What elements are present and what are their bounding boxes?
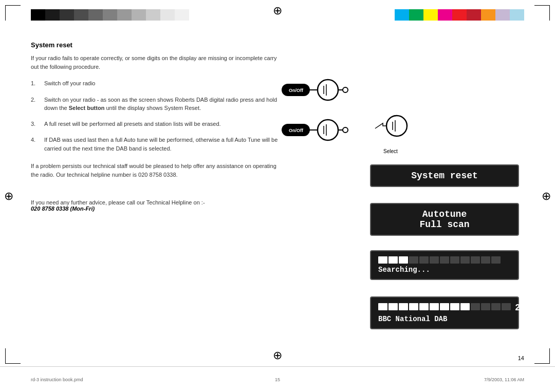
help-text: If a problem persists our technical staf… [31, 162, 283, 179]
section-title: System reset [31, 41, 283, 49]
step-number: 3. [31, 120, 40, 129]
steps-list: 1. Switch off your radio 2. Switch on yo… [31, 79, 283, 153]
lcd-system-reset: System reset [370, 164, 519, 193]
svg-text:On/Off: On/Off [289, 88, 304, 93]
onoff-svg-2: On/Off [282, 116, 348, 147]
svg-text:On/Off: On/Off [289, 128, 304, 133]
swatch-1 [45, 9, 60, 21]
seg-e7 [471, 256, 480, 264]
step-text: A full reset will be performed all prese… [44, 120, 283, 129]
bbc-seg-e3 [491, 303, 501, 310]
seg-e4 [440, 256, 449, 264]
swatch-green [409, 9, 423, 21]
lcd-text-searching: Searching... [378, 266, 511, 274]
seg-e1 [409, 256, 418, 264]
intro-text: If your radio fails to operate correctly… [31, 54, 283, 71]
onoff-illus-1: On/Off [282, 76, 348, 109]
lcd-box-4: 24 BBC National DAB [370, 296, 519, 329]
footer-center: 15 [275, 377, 280, 382]
svg-point-3 [318, 80, 338, 100]
lcd-autotune: Autotune Full scan [370, 203, 519, 242]
svg-point-11 [318, 120, 338, 140]
bbc-seg-f1 [378, 303, 387, 310]
reg-mark-left: ⊕ [4, 190, 13, 203]
seg-e8 [481, 256, 490, 264]
lcd-progress-bar [378, 256, 511, 264]
lcd-bbc: 24 BBC National DAB [370, 296, 519, 335]
crop-mark-bl [5, 348, 21, 364]
list-item: 4. If DAB was used last then a full Auto… [31, 136, 283, 153]
lcd-searching: Searching... [370, 250, 519, 286]
lcd-box-1: System reset [370, 164, 519, 187]
svg-point-7 [343, 87, 348, 92]
color-bar-left [31, 9, 189, 21]
swatch-8 [146, 9, 160, 21]
swatch-2 [60, 9, 74, 21]
seg-f2 [388, 256, 398, 264]
lcd-box-2: Autotune Full scan [370, 203, 519, 236]
seg-e5 [450, 256, 459, 264]
color-bar-right [395, 9, 524, 21]
bbc-seg-f2 [388, 303, 398, 310]
swatch-lavender [495, 9, 510, 21]
list-item: 3. A full reset will be performed all pr… [31, 120, 283, 129]
crop-mark-br [534, 348, 550, 364]
swatch-4 [88, 9, 103, 21]
swatch-lightblue [510, 9, 524, 21]
seg-e3 [430, 256, 439, 264]
bbc-seg-f4 [409, 303, 418, 310]
step-number: 1. [31, 79, 40, 88]
swatch-magenta [438, 9, 452, 21]
footer: rd-3 instruction book.pmd 15 7/9/2003, 1… [0, 366, 555, 392]
lcd-text-1: System reset [378, 171, 511, 181]
seg-e9 [491, 256, 501, 264]
select-svg [370, 113, 411, 149]
seg-f1 [378, 256, 387, 264]
bbc-seg-e2 [481, 303, 490, 310]
bbc-seg-f6 [430, 303, 439, 310]
swatch-red [452, 9, 467, 21]
step-number: 2. [31, 96, 40, 113]
select-label: Select [370, 148, 411, 154]
reg-mark-right: ⊕ [542, 190, 551, 203]
crop-mark-tr [534, 5, 550, 21]
step-text: Switch off your radio [44, 79, 283, 88]
select-illus: Select [370, 113, 411, 154]
lcd-text-bbc: BBC National DAB [378, 315, 511, 323]
reg-mark-bottom: ⊕ [273, 349, 282, 362]
svg-point-16 [386, 116, 407, 136]
lcd-progress-bar-bbc [378, 303, 511, 310]
swatch-6 [117, 9, 132, 21]
swatch-7 [132, 9, 146, 21]
lcd-channel-number: 24 [515, 303, 526, 313]
swatch-5 [103, 9, 117, 21]
bbc-seg-f5 [419, 303, 429, 310]
lcd-text-autotune: Autotune [378, 209, 511, 219]
helpline-label: If you need any further advice, please c… [31, 199, 283, 206]
helpline-number: 020 8758 0338 (Mon-Fri) [31, 206, 283, 212]
step-text: If DAB was used last then a full Auto tu… [44, 136, 283, 153]
step-number: 4. [31, 136, 40, 153]
swatch-orange [481, 9, 495, 21]
bbc-seg-f3 [399, 303, 408, 310]
bbc-seg-f9 [460, 303, 470, 310]
crop-mark-tl [5, 5, 21, 21]
swatch-black [31, 9, 45, 21]
onoff-svg-1: On/Off [282, 76, 348, 107]
swatch-yellow [423, 9, 438, 21]
list-item: 1. Switch off your radio [31, 79, 283, 88]
swatch-white [175, 9, 189, 21]
reg-mark-top: ⊕ [273, 4, 282, 17]
swatch-darkred [467, 9, 481, 21]
swatch-9 [160, 9, 175, 21]
footer-right: 7/9/2003, 11:06 AM [484, 377, 524, 382]
seg-e2 [419, 256, 429, 264]
seg-f3 [399, 256, 408, 264]
seg-e6 [460, 256, 470, 264]
footer-left: rd-3 instruction book.pmd [31, 377, 83, 382]
onoff-illus-2: On/Off [282, 116, 348, 149]
step-text: Switch on your radio - as soon as the sc… [44, 96, 283, 113]
bbc-seg-f7 [440, 303, 449, 310]
bbc-seg-e1 [471, 303, 480, 310]
bbc-seg-f8 [450, 303, 459, 310]
